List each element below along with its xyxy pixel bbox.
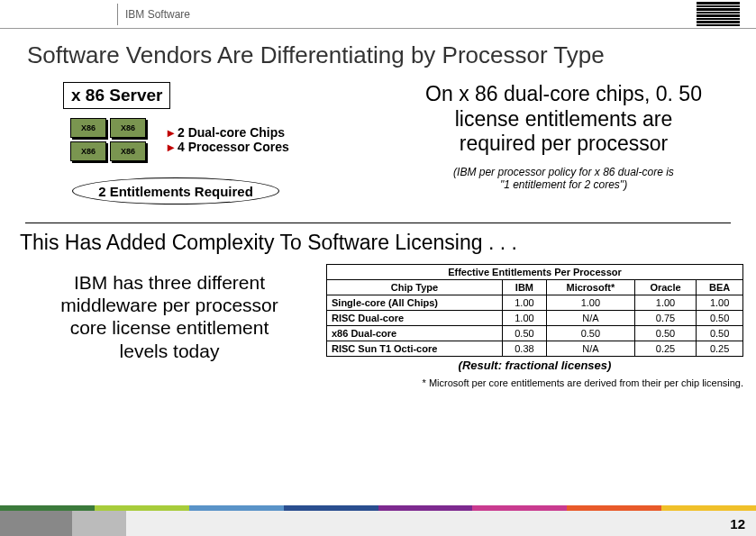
- middleware-line-2: middleware per processor: [25, 294, 314, 316]
- ibm-logo-icon: [697, 2, 740, 26]
- cell: 0.50: [634, 326, 696, 341]
- rainbow-seg: [661, 505, 756, 511]
- cell: 0.50: [697, 311, 743, 326]
- cell-label: RISC Sun T1 Octi-core: [327, 341, 503, 357]
- th-chip-type: Chip Type: [327, 280, 503, 295]
- cell: 0.50: [502, 326, 546, 341]
- cell-label: RISC Dual-core: [327, 311, 503, 326]
- cell: 0.38: [502, 341, 546, 357]
- rainbow-seg: [472, 505, 567, 511]
- slide-title: Software Vendors Are Differentiating by …: [27, 41, 736, 69]
- cell: 0.50: [546, 326, 634, 341]
- rainbow-bar: [0, 505, 756, 511]
- th-bea: BEA: [697, 280, 743, 295]
- header-brand: IBM Software: [125, 8, 190, 21]
- middleware-line-4: levels today: [25, 340, 314, 362]
- footnote: * Microsoft per core entitlements are de…: [0, 377, 743, 388]
- cell-label: x86 Dual-core: [327, 326, 503, 341]
- th-ibm: IBM: [502, 280, 546, 295]
- cell: N/A: [546, 341, 634, 357]
- entitlements-oval: 2 Entitlements Required: [72, 177, 279, 204]
- row-2: IBM has three different middleware per p…: [0, 264, 756, 372]
- header: IBM Software: [0, 0, 756, 29]
- chip-icon: X86: [110, 141, 146, 161]
- cell: 0.50: [697, 326, 743, 341]
- cell: 0.75: [634, 311, 696, 326]
- callout-line-3: required per processor: [387, 132, 740, 157]
- callout-note-2: "1 entitlement for 2 cores"): [387, 178, 740, 191]
- server-label: x 86 Server: [63, 82, 170, 109]
- callout-note-1: (IBM per processor policy for x 86 dual-…: [387, 166, 740, 178]
- cell: 0.25: [634, 341, 696, 357]
- table-result: (Result: fractional licenses): [326, 359, 743, 372]
- callout-column: On x 86 dual-core chips, 0. 50 license e…: [387, 82, 740, 191]
- divider: [25, 223, 731, 223]
- chip-icon: X86: [110, 118, 146, 138]
- middleware-line-1: IBM has three different: [25, 271, 314, 294]
- rainbow-seg: [189, 505, 284, 511]
- table-head-row: Chip Type IBM Microsoft* Oracle BEA: [327, 280, 743, 295]
- footer-bar: 12: [0, 511, 756, 536]
- th-microsoft: Microsoft*: [546, 280, 634, 295]
- callout-line-2: license entitlements are: [387, 107, 740, 132]
- row-1: x 86 Server X86 X86 X86 X86 ▸2 Dual-core…: [0, 82, 756, 204]
- header-spacer: [0, 0, 117, 29]
- cell: 1.00: [502, 295, 546, 311]
- cell: 1.00: [502, 311, 546, 326]
- table-row: RISC Sun T1 Octi-core 0.38 N/A 0.25 0.25: [327, 341, 743, 357]
- section-title-2: This Has Added Complexity To Software Li…: [20, 231, 756, 255]
- chip-grid: X86 X86 X86 X86: [70, 118, 146, 161]
- chip-bullets: ▸2 Dual-core Chips ▸4 Processor Cores: [168, 125, 289, 154]
- cell: 1.00: [697, 295, 743, 311]
- rainbow-seg: [284, 505, 378, 511]
- server-column: x 86 Server X86 X86 X86 X86 ▸2 Dual-core…: [54, 82, 387, 204]
- entitlements-table: Effective Entitlements Per Processor Chi…: [326, 264, 743, 357]
- footer: 12: [0, 505, 756, 536]
- rainbow-seg: [378, 505, 473, 511]
- table-caption: Effective Entitlements Per Processor: [327, 265, 743, 280]
- cell: 1.00: [634, 295, 696, 311]
- callout-line-1: On x 86 dual-core chips, 0. 50: [387, 82, 740, 107]
- rainbow-seg: [567, 505, 661, 511]
- chips-row: X86 X86 X86 X86 ▸2 Dual-core Chips ▸4 Pr…: [54, 118, 387, 161]
- page-number: 12: [730, 516, 745, 531]
- rainbow-seg: [95, 505, 189, 511]
- middleware-line-3: core license entitlement: [25, 316, 314, 339]
- rainbow-seg: [0, 505, 95, 511]
- th-oracle: Oracle: [634, 280, 696, 295]
- chip-icon: X86: [70, 118, 106, 138]
- cell: 0.25: [697, 341, 743, 357]
- bullet-1: ▸2 Dual-core Chips: [168, 125, 289, 140]
- chip-icon: X86: [70, 141, 106, 161]
- bullet-2: ▸4 Processor Cores: [168, 140, 289, 154]
- cell: N/A: [546, 311, 634, 326]
- middleware-text: IBM has three different middleware per p…: [25, 264, 314, 372]
- bullet-1-text: 2 Dual-core Chips: [178, 125, 285, 140]
- table-row: Single-core (All Chips) 1.00 1.00 1.00 1…: [327, 295, 743, 311]
- cell: 1.00: [546, 295, 634, 311]
- cell-label: Single-core (All Chips): [327, 295, 503, 311]
- arrow-icon: ▸: [168, 125, 174, 140]
- table-row: RISC Dual-core 1.00 N/A 0.75 0.50: [327, 311, 743, 326]
- table-row: x86 Dual-core 0.50 0.50 0.50 0.50: [327, 326, 743, 341]
- header-divider: [117, 4, 118, 25]
- arrow-icon: ▸: [168, 140, 174, 154]
- bullet-2-text: 4 Processor Cores: [178, 140, 289, 154]
- entitlements-table-wrap: Effective Entitlements Per Processor Chi…: [326, 264, 743, 372]
